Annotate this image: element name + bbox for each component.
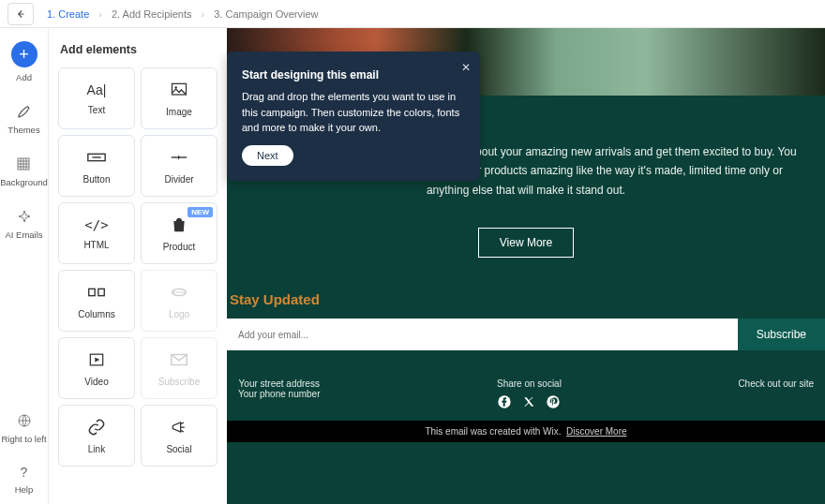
x-icon[interactable] [521,394,536,409]
element-divider[interactable]: Divider [141,135,218,197]
question-icon: ? [21,465,28,480]
envelope-icon [169,350,189,369]
card-label: Logo [169,309,189,319]
link-icon [86,418,107,437]
element-social[interactable]: Social [141,405,218,467]
card-label: Video [84,377,108,387]
panel-title: Add elements [60,43,218,56]
card-label: Columns [78,309,114,319]
element-button[interactable]: Button [58,135,135,197]
card-label: Text [88,105,105,115]
code-icon: </> [84,217,108,232]
tooltip-title: Start designing this email [242,67,463,83]
button-icon [86,148,107,167]
footer-social: Share on social [497,378,562,409]
rail-background[interactable]: Background [0,156,48,187]
onboarding-tooltip: ✕ Start designing this email Drag and dr… [227,52,480,181]
card-label: Divider [164,174,193,185]
element-columns[interactable]: Columns [58,270,135,332]
subscribe-button[interactable]: Subscribe [738,319,825,350]
footer-address: Your street address Your phone number [238,378,320,409]
rail-add-label: Add [16,72,32,82]
text-icon: Aa| [87,82,107,97]
footer-addr1: Your street address [238,378,320,389]
element-image[interactable]: Image [141,67,218,129]
divider-icon [169,148,189,167]
next-button[interactable]: Next [242,145,293,166]
card-label: Link [88,444,105,454]
facebook-icon[interactable] [497,394,512,409]
back-button[interactable] [8,3,34,25]
rail-ai[interactable]: AI Emails [5,208,42,240]
crumb-create[interactable]: 1. Create [47,8,89,20]
rail-help-label: Help [15,484,34,495]
element-html[interactable]: </> HTML [58,202,135,264]
columns-icon [86,283,107,302]
back-icon [14,7,27,21]
element-text[interactable]: Aa| Text [58,67,135,129]
card-label: Social [166,444,191,454]
svg-rect-8 [98,289,104,295]
credit-text: This email was created with Wix. [425,426,561,437]
rail-rtl[interactable]: Right to left [1,412,46,444]
rail-themes[interactable]: Themes [8,103,39,135]
discover-more-link[interactable]: Discover More [566,426,626,437]
tooltip-body: Drag and drop the elements you want to u… [242,89,463,136]
element-link[interactable]: Link [58,405,135,467]
card-label: Button [83,174,111,185]
element-subscribe[interactable]: Subscribe [141,337,218,399]
card-label: Product [163,242,195,252]
elements-panel: Add elements Aa| Text Image Button Divid… [49,28,227,504]
stay-updated-heading: Stay Updated [227,291,825,307]
view-more-button[interactable]: View More [478,228,574,258]
wix-credit: This email was created with Wix. Discove… [227,421,825,442]
image-icon [169,81,189,99]
breadcrumb: 1. Create › 2. Add Recipients › 3. Campa… [47,8,319,20]
rail-rtl-label: Right to left [1,434,46,444]
card-label: Subscribe [158,377,200,387]
card-label: HTML [83,240,109,250]
chevron-icon: › [98,8,102,20]
new-badge: NEW [188,207,213,217]
megaphone-icon [169,418,189,437]
rail-ai-label: AI Emails [5,230,42,240]
crumb-recipients[interactable]: 2. Add Recipients [112,8,192,20]
rail-background-label: Background [0,177,48,187]
svg-rect-7 [89,289,95,295]
plus-icon: + [11,41,38,67]
footer-addr2: Your phone number [238,389,320,399]
card-label: Image [166,107,192,117]
crumb-overview[interactable]: 3. Campaign Overview [214,8,318,20]
footer-share-label: Share on social [497,378,562,389]
subscribe-row: Subscribe [227,319,825,350]
video-icon [86,350,107,369]
globe-icon [16,412,33,429]
bag-icon [169,215,189,234]
sparkle-icon [16,208,33,225]
footer-site[interactable]: Check out our site [738,378,814,409]
top-bar: 1. Create › 2. Add Recipients › 3. Campa… [0,0,825,28]
rail-add[interactable]: + Add [11,41,38,82]
email-input[interactable] [227,319,738,350]
hatch-icon [15,156,32,172]
pinterest-icon[interactable] [546,394,561,409]
element-product[interactable]: NEW Product [141,202,218,264]
left-rail: + Add Themes Background AI Emails Right … [0,28,49,504]
element-logo[interactable]: Logo [141,270,218,332]
chevron-icon: › [202,8,205,20]
element-video[interactable]: Video [58,337,135,399]
rail-help[interactable]: ? Help [15,465,34,495]
logo-icon [169,283,189,302]
brush-icon [15,103,32,120]
rail-themes-label: Themes [8,125,39,135]
email-footer: Your street address Your phone number Sh… [227,350,825,421]
close-icon[interactable]: ✕ [461,59,471,76]
